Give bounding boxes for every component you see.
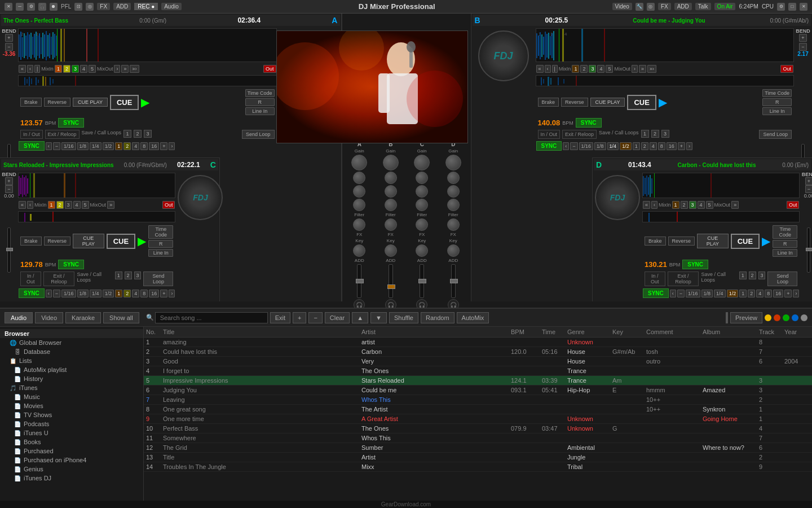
dot-blue[interactable]: [792, 314, 798, 321]
mixer-gain-c-knob[interactable]: [414, 155, 430, 170]
deck-d-exitreloop-btn[interactable]: Exit / Reloop: [668, 271, 699, 286]
deck-a-num5[interactable]: 5: [89, 65, 96, 73]
deck-b-1-8[interactable]: 1/8: [594, 142, 606, 150]
deck-a-inout-btn[interactable]: In / Out: [20, 130, 43, 139]
deck-d-jog-wheel[interactable]: FDJ: [595, 175, 640, 220]
deck-b-num3[interactable]: 3: [589, 65, 596, 73]
deck-a-1-8[interactable]: 1/8: [77, 142, 89, 150]
track-row[interactable]: 11 Somewhere Whos This 7: [144, 433, 812, 443]
deck-b-cue-btn[interactable]: CUE: [627, 95, 656, 110]
deck-d-timecode-btn[interactable]: Time Code: [773, 225, 797, 239]
mixer-fader-d[interactable]: [451, 264, 456, 298]
deck-c-jog-wheel[interactable]: FDJ: [178, 175, 223, 220]
add-btn[interactable]: +: [293, 312, 306, 323]
mixer-eq-low-c[interactable]: [416, 199, 428, 211]
toolbar-resize[interactable]: [726, 312, 728, 323]
deck-a-play-btn[interactable]: ▶: [141, 95, 149, 109]
automix-btn[interactable]: AutoMix: [457, 312, 489, 323]
deck-c-n5[interactable]: 5: [82, 201, 89, 209]
close-icon[interactable]: ✕: [5, 3, 12, 11]
deck-c-send-loop-btn[interactable]: Send Loop: [143, 271, 173, 286]
deck-c-linein-btn[interactable]: Line In: [148, 249, 173, 257]
mixer-filter-d-knob[interactable]: [447, 218, 460, 231]
sidebar-itunesdjn[interactable]: 📄 iTunes DJ: [0, 474, 143, 483]
mixer-eq-mid-d[interactable]: [447, 185, 460, 198]
deck-a-bend-minus[interactable]: −: [5, 43, 12, 51]
sidebar-history[interactable]: 📄 History: [0, 374, 143, 383]
mixer-filter-c-knob[interactable]: [416, 218, 428, 231]
settings2-icon[interactable]: ⊡: [74, 3, 82, 11]
add-btn-right[interactable]: ADD: [674, 3, 692, 10]
mixer-gain-b-knob[interactable]: [383, 155, 399, 170]
dot-gray[interactable]: [801, 314, 807, 321]
deck-a-linein-btn[interactable]: Line In: [245, 107, 275, 115]
mixer-filter-a-knob[interactable]: [353, 218, 365, 231]
search-input[interactable]: [155, 312, 268, 323]
deck-a-send-loop-btn[interactable]: Send Loop: [242, 130, 275, 139]
deck-c-r-btn[interactable]: R: [148, 240, 173, 248]
deck-c-play-btn[interactable]: ▶: [138, 234, 146, 248]
deck-b-loop2[interactable]: 2: [651, 130, 659, 138]
deck-a-bend-plus[interactable]: +: [5, 34, 12, 42]
mixer-key-b-knob[interactable]: [385, 244, 397, 257]
deck-b-r-btn[interactable]: R: [762, 98, 792, 106]
deck-c-next-next[interactable]: »: [107, 201, 114, 209]
deck-a-r-btn[interactable]: R: [245, 98, 275, 106]
deck-a-cue-btn[interactable]: CUE: [110, 95, 139, 110]
deck-d-inout-btn[interactable]: In / Out: [645, 271, 665, 286]
deck-a-minus-btn[interactable]: −: [53, 142, 60, 150]
deck-b-num1[interactable]: 1: [572, 65, 579, 73]
fx-btn-left[interactable]: FX: [97, 3, 110, 10]
deck-a-1[interactable]: 1: [115, 142, 122, 150]
shuffle-btn[interactable]: Shuffle: [389, 312, 418, 323]
mixer-eq-hi-a[interactable]: [353, 172, 365, 184]
deck-d-prev-prev[interactable]: «: [643, 201, 650, 209]
deck-b-linein-btn[interactable]: Line In: [762, 107, 792, 115]
deck-b-mixin[interactable]: |: [552, 65, 558, 73]
dot-red[interactable]: [774, 314, 780, 321]
down-btn[interactable]: ▼: [370, 312, 387, 323]
settings-icon[interactable]: ⚙: [27, 3, 35, 11]
mixer-key-a-knob[interactable]: [353, 244, 365, 257]
deck-a-4[interactable]: 4: [132, 142, 139, 150]
track-row[interactable]: 4 I forget to The Ones Trance: [144, 366, 812, 376]
deck-a-sync-btn[interactable]: SYNC: [58, 118, 84, 128]
mixer-fader-b[interactable]: [389, 264, 393, 298]
deck-c-n3[interactable]: 3: [65, 201, 72, 209]
deck-c-loop3[interactable]: 3: [134, 271, 142, 279]
deck-b-8[interactable]: 8: [658, 142, 665, 150]
deck-a-num4[interactable]: 4: [80, 65, 87, 73]
deck-b-loop3[interactable]: 3: [661, 130, 669, 138]
deck-c-timecode-btn[interactable]: Time Code: [148, 225, 173, 239]
dot-green[interactable]: [783, 314, 789, 321]
deck-b-jog-wheel[interactable]: FDJ: [478, 30, 529, 81]
track-row[interactable]: 9 One more time A Great Artist Unknown G…: [144, 414, 812, 424]
add-btn-left[interactable]: ADD: [113, 3, 131, 10]
deck-b-prev-prev[interactable]: «: [536, 65, 544, 73]
deck-c-exitreloop-btn[interactable]: Exit / Reloop: [43, 271, 75, 286]
sidebar-podcasts[interactable]: 📄 Podcasts: [0, 419, 143, 428]
mixer-eq-low-d[interactable]: [447, 199, 460, 211]
clear-btn[interactable]: Clear: [325, 312, 350, 323]
track-row[interactable]: 10 Perfect Bass The Ones 079.9 03:47 Unk…: [144, 424, 812, 433]
deck-b-num4[interactable]: 4: [597, 65, 604, 73]
maximize-icon[interactable]: □: [788, 3, 796, 11]
deck-b-timecode-btn[interactable]: Time Code: [762, 89, 792, 97]
track-row[interactable]: 2 Could have lost this Carbon 120.0 05:1…: [144, 347, 812, 357]
tune-icon[interactable]: ◎: [86, 3, 94, 11]
mixer-eq-hi-c[interactable]: [416, 172, 428, 184]
close2-icon[interactable]: ✕: [800, 3, 807, 11]
deck-a-loop2[interactable]: 2: [134, 130, 142, 138]
deck-b-sync-btn[interactable]: SYNC: [576, 118, 602, 128]
deck-d-cue-play-btn[interactable]: CUE PLAY: [697, 234, 729, 248]
deck-b-brake-btn[interactable]: Brake: [538, 98, 559, 107]
deck-a-next-next[interactable]: »: [121, 65, 129, 73]
track-row[interactable]: 14 Troubles In The Jungle Mixx Tribal 9: [144, 462, 812, 472]
deck-b-num2[interactable]: 2: [580, 65, 588, 73]
deck-a-p-plus[interactable]: ›: [169, 142, 175, 150]
deck-a-mixin[interactable]: |: [34, 65, 40, 73]
track-row[interactable]: 5 Impressive Impressions Stars Reloaded …: [144, 376, 812, 386]
deck-b-loop1[interactable]: 1: [641, 130, 649, 138]
deck-c-bend-minus[interactable]: −: [5, 185, 12, 193]
deck-a-plus-btn[interactable]: +: [160, 142, 167, 150]
